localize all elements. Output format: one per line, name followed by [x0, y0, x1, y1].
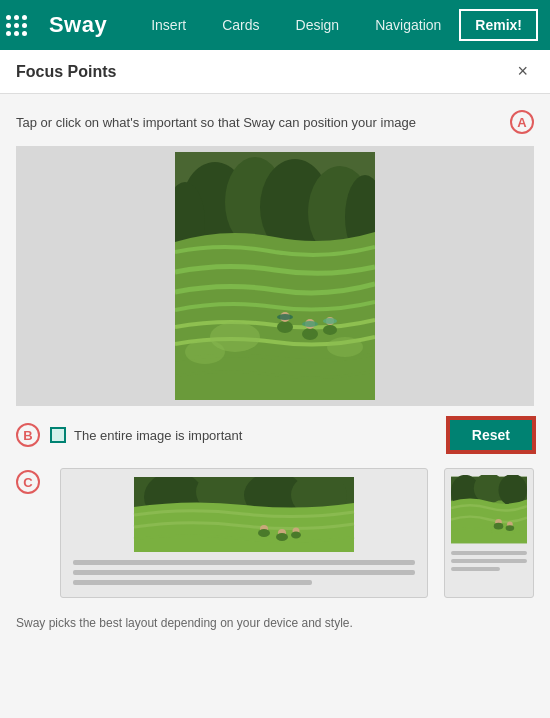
checkbox-label: The entire image is important	[74, 428, 242, 443]
instruction-text: Tap or click on what's important so that…	[16, 115, 500, 130]
panel-header: Focus Points ×	[0, 50, 550, 94]
mobile-preview-image	[451, 475, 527, 545]
desktop-preview-lines	[69, 560, 419, 585]
nav-insert[interactable]: Insert	[133, 0, 204, 50]
preview-section: C	[16, 468, 534, 708]
preview-row: C	[16, 468, 534, 598]
svg-point-38	[494, 523, 504, 530]
panel-title: Focus Points	[16, 63, 116, 81]
brand-logo: Sway	[33, 0, 123, 50]
svg-point-16	[323, 318, 337, 324]
mobile-line-1	[451, 551, 527, 555]
instruction-row: Tap or click on what's important so that…	[16, 110, 534, 134]
label-c: C	[16, 470, 40, 494]
focus-points-panel: Focus Points × Tap or click on what's im…	[0, 50, 550, 718]
svg-point-31	[291, 532, 301, 539]
svg-point-29	[276, 533, 288, 541]
nav-design[interactable]: Design	[278, 0, 358, 50]
tea-plantation-image[interactable]	[175, 152, 375, 400]
svg-point-19	[327, 337, 363, 357]
remix-button[interactable]: Remix!	[459, 9, 538, 41]
entire-image-checkbox[interactable]	[50, 427, 66, 443]
svg-point-27	[258, 529, 270, 537]
grid-icon	[6, 15, 27, 36]
mobile-line-2	[451, 559, 527, 563]
controls-row: B The entire image is important Reset	[16, 418, 534, 452]
image-area[interactable]	[16, 146, 534, 406]
svg-point-18	[185, 340, 225, 364]
panel-body: Tap or click on what's important so that…	[0, 94, 550, 718]
svg-point-40	[506, 525, 515, 531]
checkbox-area: The entire image is important	[50, 427, 448, 443]
mobile-line-3	[451, 567, 500, 571]
brand-name: Sway	[49, 12, 107, 38]
nav-links: Insert Cards Design Navigation	[133, 0, 459, 50]
reset-button[interactable]: Reset	[448, 418, 534, 452]
label-a: A	[510, 110, 534, 134]
desktop-preview-image	[69, 477, 419, 552]
desktop-preview	[60, 468, 428, 598]
svg-point-14	[323, 325, 337, 335]
grid-menu-button[interactable]	[0, 0, 33, 50]
nav-cards[interactable]: Cards	[204, 0, 277, 50]
svg-point-8	[277, 321, 293, 333]
mobile-preview	[444, 468, 534, 598]
close-button[interactable]: ×	[511, 59, 534, 84]
preview-line-3	[73, 580, 312, 585]
nav-navigation[interactable]: Navigation	[357, 0, 459, 50]
footer-text: Sway picks the best layout depending on …	[16, 616, 534, 630]
navbar: Sway Insert Cards Design Navigation Remi…	[0, 0, 550, 50]
preview-line-2	[73, 570, 415, 575]
label-b: B	[16, 423, 40, 447]
mobile-preview-lines	[451, 551, 527, 571]
svg-point-10	[277, 314, 293, 320]
svg-point-13	[302, 321, 318, 327]
svg-point-11	[302, 328, 318, 340]
preview-line-1	[73, 560, 415, 565]
